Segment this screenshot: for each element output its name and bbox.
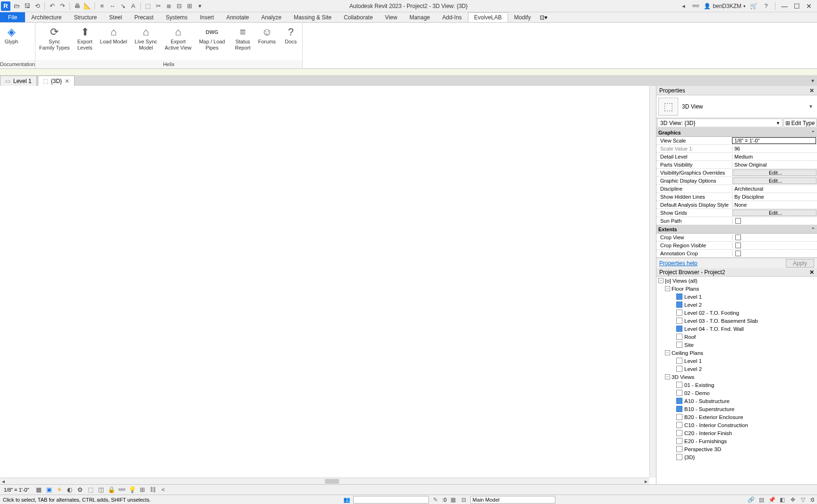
select-face-icon[interactable]: ◧ — [779, 496, 786, 504]
lock-icon[interactable]: 🔒 — [108, 486, 115, 494]
tree-item[interactable]: B20 - Exterior Enclosure — [656, 413, 817, 421]
exclude-options-icon[interactable]: ⊟ — [460, 496, 468, 504]
close-button[interactable]: ✕ — [805, 2, 813, 10]
view-tabs-menu-icon[interactable]: ▾ — [808, 76, 817, 86]
temp-hide-icon[interactable]: 👓 — [118, 486, 126, 494]
checkbox[interactable] — [735, 243, 741, 248]
tree-item[interactable]: C10 - Interior Construction — [656, 421, 817, 429]
export-active-view-button[interactable]: ⌂Export Active View — [161, 25, 196, 52]
group-graphics[interactable]: Graphics⌃ — [656, 128, 817, 137]
tab-precast[interactable]: Precast — [128, 12, 160, 22]
scroll-left-icon[interactable]: ◂ — [0, 478, 7, 485]
tree-item[interactable]: 01 - Existing — [656, 381, 817, 389]
prop-value[interactable] — [732, 243, 817, 248]
qat-dropdown-icon[interactable]: ▾ — [196, 2, 204, 10]
docs-button[interactable]: ?Docs — [280, 25, 302, 46]
help-icon[interactable]: ? — [762, 2, 770, 10]
tree-item[interactable]: Level 1 — [656, 293, 817, 301]
edit-button[interactable]: Edit... — [732, 210, 817, 216]
tab-architecture[interactable]: Architecture — [25, 12, 68, 22]
tree-3d-views[interactable]: −3D Views — [656, 373, 817, 381]
edit-button[interactable]: Edit... — [732, 169, 817, 176]
tab-steel[interactable]: Steel — [103, 12, 128, 22]
prop-value[interactable] — [732, 251, 817, 256]
crop-view-icon[interactable]: ⬚ — [87, 486, 94, 494]
checkbox[interactable] — [735, 218, 741, 224]
prop-value[interactable]: Architectural — [732, 186, 817, 192]
glyph-button[interactable]: ◈ Glyph — [0, 25, 23, 46]
prop-sun-path[interactable]: Sun Path — [656, 217, 817, 225]
tree-item[interactable]: Level 04 - T.O. Fnd. Wall — [656, 325, 817, 333]
tab-systems[interactable]: Systems — [160, 12, 194, 22]
prop-view-scale[interactable]: View Scale1/8" = 1'-0" — [656, 137, 817, 145]
qat-tag-icon[interactable]: ↘ — [119, 2, 127, 10]
tab-file[interactable]: File — [0, 12, 25, 22]
qat-print-icon[interactable]: 🖶 — [73, 2, 81, 10]
view-scale-display[interactable]: 1/8" = 1'-0" — [4, 487, 32, 493]
prop-parts-visibility[interactable]: Parts VisibilityShow Original — [656, 161, 817, 169]
minimize-button[interactable]: — — [780, 2, 789, 10]
collapse-icon[interactable]: − — [665, 350, 670, 355]
prop-analysis-style[interactable]: Default Analysis Display StyleNone — [656, 201, 817, 209]
tab-view[interactable]: View — [379, 12, 403, 22]
prop-value[interactable]: Medium — [732, 154, 817, 160]
tab-evolvelab[interactable]: EvolveLAB — [468, 12, 508, 22]
tree-item[interactable]: Roof — [656, 333, 817, 341]
prop-hidden-lines[interactable]: Show Hidden LinesBy Discipline — [656, 193, 817, 201]
select-links-icon[interactable]: 🔗 — [748, 496, 755, 504]
tree-item[interactable]: Level 2 — [656, 301, 817, 309]
search-icon[interactable]: 👓 — [691, 2, 700, 10]
prop-value[interactable]: None — [732, 202, 817, 208]
rendering-icon[interactable]: ✿ — [77, 486, 84, 494]
select-pinned-icon[interactable]: 📌 — [768, 496, 776, 504]
qat-section-icon[interactable]: ✂ — [154, 2, 162, 10]
design-options-icon[interactable]: ▦ — [450, 496, 457, 504]
map-load-pipes-button[interactable]: DWGMap / Load Pipes — [195, 25, 229, 52]
crop-region-icon[interactable]: ◫ — [97, 486, 105, 494]
workset-combo[interactable] — [353, 496, 429, 504]
visual-style-icon[interactable]: ▣ — [45, 486, 53, 494]
qat-sync-icon[interactable]: ⟲ — [33, 2, 42, 10]
tab-structure[interactable]: Structure — [68, 12, 103, 22]
prop-crop-view[interactable]: Crop View — [656, 234, 817, 242]
view-tab-level1[interactable]: ▭ Level 1 — [0, 76, 37, 86]
back-icon[interactable]: < — [160, 486, 167, 494]
export-levels-button[interactable]: ⬆Export Levels — [74, 25, 96, 52]
sync-family-types-button[interactable]: ⟳Sync Family Types — [35, 25, 74, 52]
tab-collaborate[interactable]: Collaborate — [338, 12, 379, 22]
apply-button[interactable]: Apply — [786, 259, 814, 268]
tree-item[interactable]: Level 03 - T.O. Basement Slab — [656, 317, 817, 325]
edit-button[interactable]: Edit... — [732, 177, 817, 184]
prop-graphic-display[interactable]: Graphic Display OptionsEdit... — [656, 177, 817, 185]
qat-measure-icon[interactable]: 📐 — [83, 2, 92, 10]
maximize-button[interactable]: ☐ — [792, 2, 801, 10]
prop-value[interactable]: 1/8" = 1'-0" — [732, 137, 816, 144]
user-menu[interactable]: 👤 benD3KZM ▾ — [704, 3, 746, 9]
reveal-constraints-icon[interactable]: ⛓ — [149, 486, 157, 494]
scroll-thumb[interactable] — [325, 479, 339, 484]
prop-vg-overrides[interactable]: Visibility/Graphics OverridesEdit... — [656, 169, 817, 177]
reveal-hidden-icon[interactable]: 💡 — [128, 486, 136, 494]
editable-only-icon[interactable]: ✎ — [432, 496, 439, 504]
close-tab-icon[interactable]: ✕ — [65, 78, 69, 84]
status-report-button[interactable]: ≡Status Report — [231, 25, 255, 52]
vertical-scrollbar[interactable] — [649, 86, 656, 478]
tree-item[interactable]: {3D} — [656, 453, 817, 461]
forums-button[interactable]: ☺Forums — [255, 25, 280, 46]
prop-detail-level[interactable]: Detail LevelMedium — [656, 153, 817, 161]
filter-icon[interactable]: ▽ — [800, 496, 807, 504]
tree-item[interactable]: C20 - Interior Finish — [656, 429, 817, 437]
qat-3d-icon[interactable]: ⬚ — [144, 2, 152, 10]
tab-modify[interactable]: Modify — [508, 12, 537, 22]
design-option-combo[interactable]: Main Model — [470, 496, 555, 504]
detail-level-icon[interactable]: ▦ — [35, 486, 43, 494]
tab-massing[interactable]: Massing & Site — [288, 12, 338, 22]
tree-ceiling-plans[interactable]: −Ceiling Plans — [656, 349, 817, 357]
qat-save-icon[interactable]: 🖫 — [23, 2, 31, 10]
tree-views-all[interactable]: −[o] Views (all) — [656, 277, 817, 285]
properties-close-icon[interactable]: ✕ — [809, 87, 814, 94]
ribbon-expand-icon[interactable]: ⊡▾ — [537, 12, 550, 22]
horizontal-scrollbar[interactable]: ◂ ▸ — [0, 478, 649, 484]
tree-item[interactable]: A10 - Substructure — [656, 397, 817, 405]
instance-selector[interactable]: 3D View: {3D} ▼ — [657, 118, 783, 127]
